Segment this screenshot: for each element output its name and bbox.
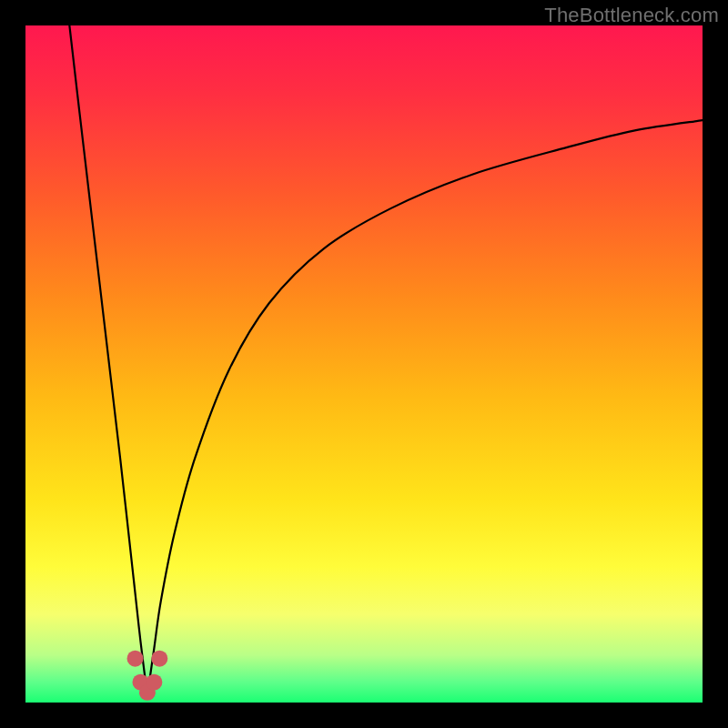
valley-marker (146, 674, 162, 691)
watermark-text: TheBottleneck.com (544, 4, 719, 27)
chart-frame (25, 25, 703, 703)
valley-marker (127, 651, 144, 667)
valley-marker (151, 651, 167, 667)
bottleneck-chart (25, 25, 703, 703)
gradient-background (25, 25, 703, 703)
